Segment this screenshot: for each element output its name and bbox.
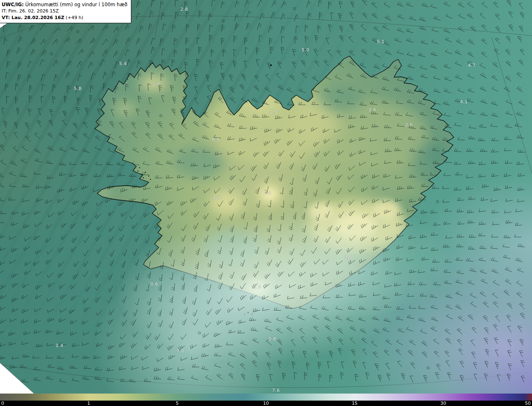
colorbar-tick-label: 10 — [263, 401, 269, 406]
init-time-line: IT: Fim. 26. 02. 2026 15Z — [2, 8, 128, 15]
colorbar-tick-label: 0 — [1, 401, 4, 406]
map-canvas: 2.85.45.82.75.05.14.74.12.52.62.66.53.31… — [0, 0, 532, 394]
valid-time-offset: (+49 h) — [64, 15, 84, 20]
colorbar: 01510153050 — [0, 394, 532, 406]
colorbar-tick-label: 5 — [176, 401, 179, 406]
model-name: UWC/IG: — [2, 2, 24, 7]
colorbar-tick-label: 1 — [87, 401, 90, 406]
colorbar-tick-label: 50 — [525, 401, 531, 406]
wind-barbs-layer — [0, 0, 532, 394]
wind-barb-field — [0, 0, 525, 382]
map-title-line: UWC/IG: Úrkomumætti (mm) og vindur í 100… — [2, 1, 128, 8]
colorbar-tick-label: 15 — [352, 401, 357, 406]
colorbar-gradient — [0, 394, 532, 401]
map-title: Úrkomumætti (mm) og vindur í 100m hæð — [24, 2, 128, 7]
forecast-info-box: UWC/IG: Úrkomumætti (mm) og vindur í 100… — [0, 0, 131, 23]
init-time-label: IT: — [2, 8, 7, 14]
init-time: Fim. 26. 02. 2026 15Z — [7, 8, 59, 14]
valid-time-line: VT: Lau. 28.02.2026 16Z (+49 h) — [2, 15, 128, 21]
colorbar-ticks: 01510153050 — [0, 401, 532, 406]
precipitation-wind-map: 2.85.45.82.75.05.14.74.12.52.62.66.53.31… — [0, 0, 532, 406]
colorbar-tick-label: 30 — [441, 401, 446, 406]
valid-time: VT: Lau. 28.02.2026 16Z — [2, 15, 64, 20]
